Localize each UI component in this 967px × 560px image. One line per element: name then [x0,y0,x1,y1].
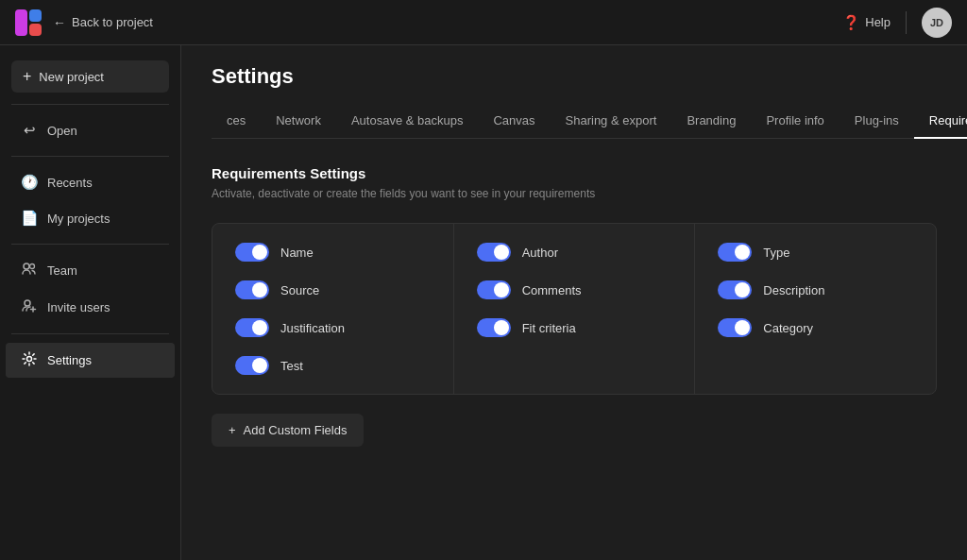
svg-rect-2 [29,24,42,36]
toggle-track [718,243,752,262]
sidebar-divider-3 [11,244,169,245]
toggle-justification[interactable] [235,318,269,337]
tab-requirements[interactable]: Requirements [914,104,967,139]
help-label: Help [865,15,891,29]
toggle-track [718,280,752,299]
toggle-fit-criteria[interactable] [477,318,511,337]
toggle-source[interactable] [235,280,269,299]
new-project-button[interactable]: + New project [11,60,169,93]
avatar[interactable]: JD [922,8,952,38]
layout: + New project ↩ Open 🕐 Recents 📄 My proj… [0,45,967,560]
back-arrow-icon: ← [53,15,66,30]
field-row-author: Author [477,243,672,262]
toggle-track [477,280,511,299]
toggle-author[interactable] [477,243,511,262]
field-row-category: Category [718,318,913,337]
avatar-initials: JD [930,17,943,28]
sidebar-divider-4 [11,333,169,334]
toggle-thumb [494,282,509,297]
field-row-source: Source [235,280,431,299]
help-circle-icon: ❓ [842,14,860,31]
sidebar-item-label: Recents [47,176,93,190]
field-row-name: Name [235,243,431,262]
tab-network[interactable]: Network [261,104,336,139]
invite-users-icon [21,298,38,316]
sidebar-item-invite-users[interactable]: Invite users [6,290,175,325]
toggle-track [477,243,511,262]
toggle-thumb [494,320,509,335]
add-custom-fields-button[interactable]: + Add Custom Fields [212,414,364,447]
tab-branding[interactable]: Branding [671,104,751,139]
toggle-thumb [735,245,750,260]
sidebar-item-label: My projects [47,212,110,226]
fields-container: Name Source [212,223,937,395]
toggle-thumb [735,282,750,297]
sidebar-item-label: Team [47,263,77,278]
field-row-test: Test [235,356,431,375]
svg-point-5 [25,300,30,306]
tab-sharing[interactable]: Sharing & export [551,104,672,139]
toggle-thumb [494,245,509,260]
svg-point-3 [24,263,29,269]
tab-ces[interactable]: ces [212,104,261,139]
field-label-test: Test [280,359,303,373]
toggle-category[interactable] [718,318,752,337]
main-content: Settings ces Network Autosave & backups … [181,45,967,560]
tab-canvas[interactable]: Canvas [478,104,550,139]
sidebar-item-settings[interactable]: Settings [6,343,175,378]
field-label-source: Source [280,283,319,297]
toggle-track [235,318,269,337]
plus-icon: + [23,68,31,85]
sidebar-item-team[interactable]: Team [6,253,175,288]
sidebar-divider-2 [11,156,169,157]
field-label-justification: Justification [280,321,345,335]
field-row-description: Description [718,280,913,299]
toggle-track [477,318,511,337]
field-label-category: Category [763,321,813,335]
sidebar-item-open[interactable]: ↩ Open [6,113,175,147]
toggle-comments[interactable] [477,280,511,299]
sidebar-item-my-projects[interactable]: 📄 My projects [6,201,175,235]
main-header: Settings ces Network Autosave & backups … [181,45,967,139]
back-to-project-button[interactable]: ← Back to project [53,15,153,30]
team-icon [21,262,38,280]
sidebar-item-label: Settings [47,353,92,367]
field-label-name: Name [280,246,314,260]
app-logo[interactable] [15,9,42,36]
field-label-description: Description [763,283,824,297]
toggle-thumb [735,320,750,335]
svg-point-4 [30,264,35,269]
tabs-bar: ces Network Autosave & backups Canvas Sh… [212,104,937,139]
toggle-thumb [252,320,267,335]
field-row-fit-criteria: Fit criteria [477,318,672,337]
sidebar-item-label: Invite users [47,300,110,314]
toggle-type[interactable] [718,243,752,262]
my-projects-icon: 📄 [21,210,38,227]
tab-plugins[interactable]: Plug-ins [840,104,914,139]
new-project-label: New project [39,70,104,84]
add-custom-label: Add Custom Fields [244,423,348,437]
toggle-track [235,280,269,299]
open-icon: ↩ [21,122,38,139]
field-row-justification: Justification [235,318,431,337]
help-button[interactable]: ❓ Help [842,14,891,31]
field-label-type: Type [763,246,789,260]
tab-profile[interactable]: Profile info [751,104,839,139]
svg-rect-0 [15,9,27,36]
toggle-test[interactable] [235,356,269,375]
svg-rect-1 [29,9,42,22]
section-title: Requirements Settings [212,165,937,181]
section-description: Activate, deactivate or create the field… [212,187,937,200]
fields-column-2: Author Comments [454,224,696,394]
sidebar-item-recents[interactable]: 🕐 Recents [6,165,175,199]
toggle-description[interactable] [718,280,752,299]
toggle-thumb [252,282,267,297]
field-row-comments: Comments [477,280,672,299]
tab-autosave[interactable]: Autosave & backups [336,104,479,139]
content-area: Requirements Settings Activate, deactiva… [181,139,967,560]
toggle-name[interactable] [235,243,269,262]
field-label-author: Author [522,246,558,260]
recents-icon: 🕐 [21,174,38,191]
topbar-left: ← Back to project [15,9,153,36]
field-label-comments: Comments [522,283,582,297]
